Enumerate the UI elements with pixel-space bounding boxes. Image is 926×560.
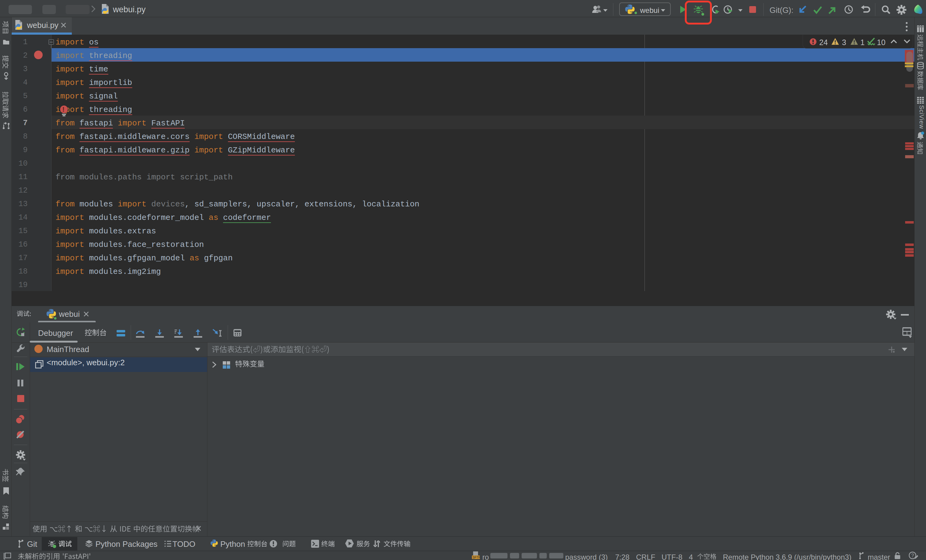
svg-text:SFTP: SFTP [472,556,481,559]
svg-text:?: ? [911,553,914,558]
